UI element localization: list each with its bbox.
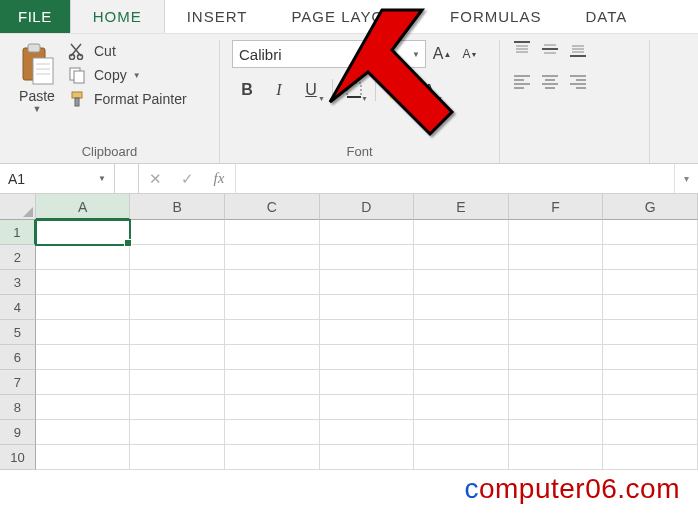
column-header[interactable]: A [36, 194, 131, 220]
cell[interactable] [36, 270, 131, 295]
cell[interactable] [130, 270, 225, 295]
cell[interactable] [509, 395, 604, 420]
tab-data[interactable]: DATA [563, 0, 649, 33]
cell[interactable] [414, 295, 509, 320]
cell[interactable] [225, 320, 320, 345]
underline-button[interactable]: U▼ [296, 76, 326, 104]
cell[interactable] [414, 445, 509, 470]
cell[interactable] [320, 420, 415, 445]
cell[interactable] [320, 320, 415, 345]
cell[interactable] [225, 420, 320, 445]
cell[interactable] [509, 345, 604, 370]
decrease-font-button[interactable]: A▼ [458, 42, 482, 66]
cell[interactable] [36, 420, 131, 445]
cell[interactable] [603, 395, 698, 420]
cell[interactable] [603, 220, 698, 245]
cell[interactable] [320, 445, 415, 470]
cell[interactable] [36, 245, 131, 270]
cell[interactable] [320, 345, 415, 370]
cell[interactable] [36, 370, 131, 395]
cell[interactable] [225, 270, 320, 295]
cell[interactable] [603, 420, 698, 445]
row-header[interactable]: 10 [0, 445, 36, 470]
row-header[interactable]: 4 [0, 295, 36, 320]
select-all-corner[interactable] [0, 194, 36, 220]
cell[interactable] [509, 295, 604, 320]
cell[interactable] [414, 345, 509, 370]
increase-font-button[interactable]: A▲ [430, 42, 454, 66]
name-box[interactable]: A1 ▼ [0, 164, 115, 193]
file-tab[interactable]: FILE [0, 0, 70, 33]
column-header[interactable]: F [509, 194, 604, 220]
row-header[interactable]: 6 [0, 345, 36, 370]
cell[interactable] [130, 370, 225, 395]
align-top-button[interactable] [512, 40, 532, 62]
italic-button[interactable]: I [264, 76, 294, 104]
cell[interactable] [414, 270, 509, 295]
cell[interactable] [36, 445, 131, 470]
cell[interactable] [509, 220, 604, 245]
tab-insert[interactable]: INSERT [165, 0, 270, 33]
cell[interactable] [414, 220, 509, 245]
format-painter-button[interactable]: Format Painter [68, 90, 187, 108]
cell[interactable] [130, 345, 225, 370]
cell[interactable] [130, 245, 225, 270]
formula-input[interactable] [236, 164, 674, 193]
row-header[interactable]: 8 [0, 395, 36, 420]
cell[interactable] [414, 395, 509, 420]
cut-button[interactable]: Cut [68, 42, 187, 60]
cell[interactable] [603, 245, 698, 270]
font-name-dropdown[interactable]: Calibri ▼ [232, 40, 380, 68]
cell[interactable] [509, 420, 604, 445]
cell[interactable] [320, 370, 415, 395]
expand-formula-bar-button[interactable]: ▾ [674, 164, 698, 193]
cell[interactable] [225, 395, 320, 420]
bold-button[interactable]: B [232, 76, 262, 104]
column-header[interactable]: E [414, 194, 509, 220]
cell[interactable] [603, 445, 698, 470]
cell[interactable] [320, 395, 415, 420]
borders-button[interactable]: ▼ [339, 76, 369, 104]
cell[interactable] [414, 320, 509, 345]
align-bottom-button[interactable] [568, 40, 588, 62]
cell[interactable] [130, 445, 225, 470]
cell[interactable] [36, 295, 131, 320]
align-left-button[interactable] [512, 72, 532, 94]
cell[interactable] [36, 220, 131, 245]
tab-formulas[interactable]: FORMULAS [428, 0, 563, 33]
cell[interactable] [320, 245, 415, 270]
cell[interactable] [414, 420, 509, 445]
cell[interactable] [603, 345, 698, 370]
cell[interactable] [603, 320, 698, 345]
row-header[interactable]: 7 [0, 370, 36, 395]
align-center-button[interactable] [540, 72, 560, 94]
cell[interactable] [320, 270, 415, 295]
cell[interactable] [130, 395, 225, 420]
copy-button[interactable]: Copy ▼ [68, 66, 187, 84]
cell[interactable] [225, 295, 320, 320]
cell[interactable] [36, 320, 131, 345]
row-header[interactable]: 9 [0, 420, 36, 445]
cell[interactable] [130, 295, 225, 320]
font-size-dropdown[interactable]: ▼ [384, 40, 426, 68]
paste-button[interactable]: Paste ▼ [12, 40, 62, 114]
cell[interactable] [509, 270, 604, 295]
tab-pagelayout[interactable]: PAGE LAYOUT [269, 0, 428, 33]
cell[interactable] [509, 370, 604, 395]
tab-home[interactable]: HOME [70, 0, 165, 33]
cell[interactable] [320, 295, 415, 320]
insert-function-button[interactable]: fx [203, 170, 235, 187]
cell[interactable] [603, 370, 698, 395]
chevron-down-icon[interactable]: ▼ [12, 104, 62, 114]
cell[interactable] [225, 445, 320, 470]
cell[interactable] [509, 445, 604, 470]
cell[interactable] [130, 320, 225, 345]
cell[interactable] [509, 320, 604, 345]
column-header[interactable]: D [320, 194, 415, 220]
align-middle-button[interactable] [540, 40, 560, 62]
cell[interactable] [36, 395, 131, 420]
font-color-button[interactable]: A ▼ [414, 76, 444, 104]
column-header[interactable]: B [130, 194, 225, 220]
cell[interactable] [509, 245, 604, 270]
enter-button[interactable]: ✓ [171, 170, 203, 188]
